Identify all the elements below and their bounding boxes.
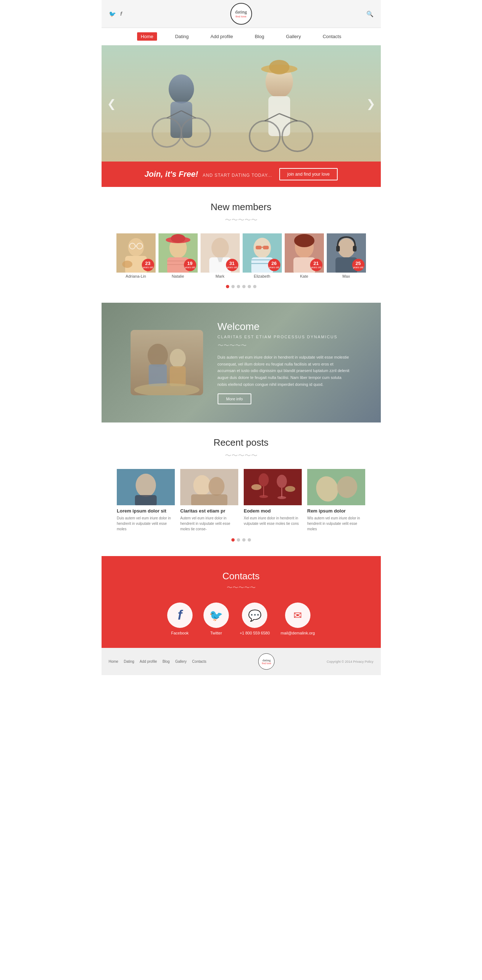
nav-item-home[interactable]: Home <box>137 32 157 41</box>
contact-phone[interactable]: 💬 +1 800 559 6580 <box>240 603 270 635</box>
svg-point-68 <box>277 475 287 488</box>
member-card-mark[interactable]: 31 years old Mark <box>201 233 240 278</box>
svg-point-2 <box>169 75 194 103</box>
cta-join-button[interactable]: join and find your love <box>279 168 338 180</box>
hero-next-arrow[interactable]: ❯ <box>366 97 375 110</box>
footer-nav-contacts[interactable]: Contacts <box>192 660 206 663</box>
welcome-subtitle: CLARITAS EST ETIAM PROCESSUS DYNAMICUS <box>217 335 352 339</box>
post-card-1[interactable]: Lorem ipsum dolor sit Duis autem vel eum… <box>117 469 175 532</box>
svg-point-10 <box>269 60 289 75</box>
twitter-icon-circle: 🐦 <box>203 603 229 628</box>
members-carousel-dots <box>109 285 374 288</box>
member-photo-max: 25 years old <box>327 233 366 273</box>
dot-2[interactable] <box>231 285 235 288</box>
member-name-elizabeth: Elizabeth <box>243 274 282 278</box>
member-photo-adriana: 23 years old <box>116 233 155 273</box>
logo-text: dating <box>235 10 247 14</box>
post-card-4[interactable]: Rem ipsum dolor Wis autem vel eum iriure… <box>307 469 365 532</box>
dot-3[interactable] <box>237 285 240 288</box>
contact-email[interactable]: ✉ mail@demalink.org <box>281 603 315 635</box>
footer-logo[interactable]: dating find love <box>258 653 274 670</box>
nav-item-add-profile[interactable]: Add profile <box>207 32 236 41</box>
svg-rect-49 <box>353 246 357 251</box>
footer-nav-add-profile[interactable]: Add profile <box>140 660 157 663</box>
welcome-image-svg <box>130 330 203 395</box>
cta-banner: Join, it's Free! AND START DATING TODAY.… <box>101 162 381 187</box>
member-card-natalie[interactable]: 19 years old Natalie <box>159 233 198 278</box>
member-name-mark: Mark <box>201 274 240 278</box>
svg-rect-37 <box>263 246 269 249</box>
member-name-max: Max <box>327 274 366 278</box>
footer-nav-blog[interactable]: Blog <box>162 660 170 663</box>
member-card-max[interactable]: 25 years old Max <box>327 233 366 278</box>
member-age-badge-adriana: 23 years old <box>142 259 154 271</box>
svg-point-44 <box>294 234 314 247</box>
cta-subtitle: AND START DATING TODAY... <box>203 173 272 178</box>
posts-grid: Lorem ipsum dolor sit Duis autem vel eum… <box>109 469 374 532</box>
nav-item-dating[interactable]: Dating <box>171 32 193 41</box>
logo[interactable]: dating find love <box>230 3 252 25</box>
header-social-icons: 🐦 f <box>109 11 122 18</box>
post-text-3: Xel eum iriure dolor in hendrerit in vul… <box>244 515 302 526</box>
post-dot-3[interactable] <box>242 538 246 541</box>
cta-title: Join, it's Free! <box>144 170 198 178</box>
svg-rect-59 <box>135 495 157 505</box>
post-image-4 <box>307 469 365 505</box>
post-image-2 <box>180 469 238 505</box>
welcome-content: Welcome CLARITAS EST ETIAM PROCESSUS DYN… <box>217 321 352 404</box>
post-dot-2[interactable] <box>237 538 240 541</box>
member-age-badge-mark: 31 years old <box>226 259 238 271</box>
member-photo-kate: 21 years old <box>285 233 324 273</box>
member-card-kate[interactable]: 21 years old Kate <box>285 233 324 278</box>
member-age-badge-natalie: 19 years old <box>184 259 196 271</box>
svg-point-62 <box>209 477 225 496</box>
svg-point-26 <box>171 234 186 243</box>
section-divider-1: 〜〜〜〜〜 <box>109 216 374 224</box>
svg-point-65 <box>258 473 269 486</box>
dot-1[interactable] <box>226 285 229 288</box>
recent-posts-section: Recent posts 〜〜〜〜〜 Lorem ipsum dolor sit… <box>101 423 381 556</box>
svg-point-61 <box>193 475 211 495</box>
post-title-3: Eodem mod <box>244 508 302 514</box>
facebook-icon-circle: f <box>167 603 193 628</box>
facebook-header-icon[interactable]: f <box>121 11 122 18</box>
post-dot-4[interactable] <box>248 538 251 541</box>
post-card-3[interactable]: Eodem mod Xel eum iriure dolor in hendre… <box>244 469 302 532</box>
nav-item-contacts[interactable]: Contacts <box>319 32 345 41</box>
phone-icon-circle: 💬 <box>242 603 267 628</box>
more-info-button[interactable]: More info <box>217 393 252 404</box>
facebook-icon: f <box>178 608 182 623</box>
contact-facebook[interactable]: f Facebook <box>167 603 193 635</box>
footer-nav: Home Dating Add profile Blog Gallery Con… <box>109 660 207 663</box>
footer-copyright: Copyright © 2014 Privacy Policy <box>327 660 374 663</box>
svg-point-54 <box>170 349 186 368</box>
twitter-icon[interactable]: 🐦 <box>109 11 116 18</box>
contact-twitter[interactable]: 🐦 Twitter <box>203 603 229 635</box>
member-card-adriana[interactable]: 23 years old Adriana-Lin <box>116 233 155 278</box>
post-card-2[interactable]: Claritas est etiam pr Autem vel eum iriu… <box>180 469 238 532</box>
post-title-2: Claritas est etiam pr <box>180 508 238 514</box>
dot-6[interactable] <box>253 285 257 288</box>
svg-rect-36 <box>256 246 262 249</box>
post-dot-1[interactable] <box>231 538 235 541</box>
footer-nav-dating[interactable]: Dating <box>124 660 134 663</box>
cta-text-group: Join, it's Free! AND START DATING TODAY.… <box>144 170 272 179</box>
svg-point-31 <box>211 238 229 258</box>
bottom-footer: Home Dating Add profile Blog Gallery Con… <box>101 648 381 675</box>
post-title-1: Lorem ipsum dolor sit <box>117 508 175 514</box>
twitter-icon: 🐦 <box>209 609 223 622</box>
post-img-svg-1 <box>117 469 175 505</box>
footer-nav-home[interactable]: Home <box>109 660 119 663</box>
svg-point-72 <box>285 486 295 492</box>
nav-item-gallery[interactable]: Gallery <box>282 32 304 41</box>
nav-item-blog[interactable]: Blog <box>251 32 268 41</box>
welcome-text: Duis autem vel eum iriure dolor in hendr… <box>217 354 352 388</box>
dot-5[interactable] <box>248 285 251 288</box>
search-icon[interactable]: 🔍 <box>366 11 374 18</box>
dot-4[interactable] <box>242 285 246 288</box>
email-icon-circle: ✉ <box>285 603 311 628</box>
header: 🐦 f dating find love 🔍 <box>101 0 381 28</box>
hero-prev-arrow[interactable]: ❮ <box>107 97 116 110</box>
footer-nav-gallery[interactable]: Gallery <box>175 660 187 663</box>
member-card-elizabeth[interactable]: 26 years old Elizabeth <box>243 233 282 278</box>
